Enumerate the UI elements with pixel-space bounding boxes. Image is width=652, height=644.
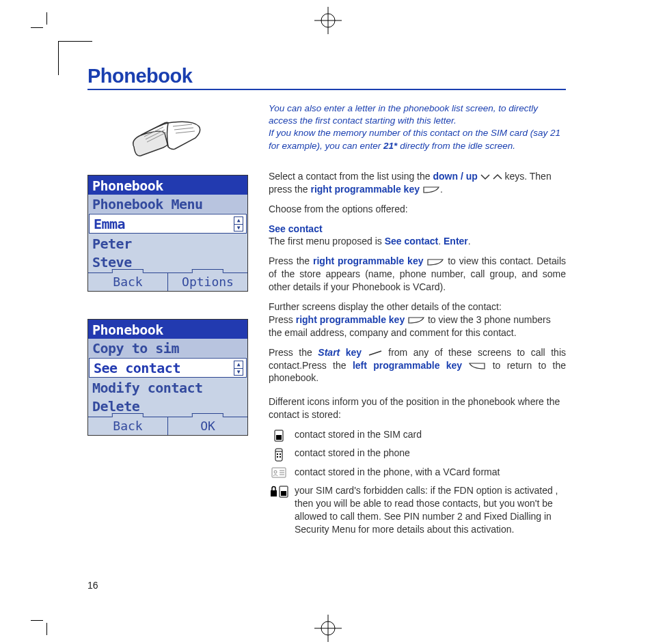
body-paragraph: Choose from the options offered: <box>269 203 566 216</box>
softkey-left: Back <box>88 417 168 435</box>
svg-rect-12 <box>277 456 278 458</box>
legend-row: contact stored in the phone <box>269 447 566 462</box>
text-bold: down / up <box>433 171 477 182</box>
text: Press the <box>269 347 318 358</box>
text-bold: left programmable key <box>353 360 462 371</box>
legend-text: contact stored in the phone <box>295 447 566 460</box>
legend-row: your SIM card's forbidden calls: if the … <box>269 484 566 536</box>
body-paragraph: See contact The first menu proposed is S… <box>269 223 566 249</box>
start-key-icon <box>368 350 383 356</box>
svg-rect-8 <box>275 449 282 461</box>
crop-mark <box>46 623 47 635</box>
svg-point-15 <box>274 471 277 473</box>
body-paragraph: Further screens display the other detail… <box>269 300 566 339</box>
softkey-left-icon <box>468 362 486 370</box>
sim-card-icon <box>269 428 289 443</box>
legend-text: contact stored in the SIM card <box>295 428 566 441</box>
softkey-label: Back <box>113 275 142 289</box>
tip-line: directly from the idle screen. <box>397 141 515 151</box>
text: Select a contact from the list using the <box>269 171 433 182</box>
text-bold: Enter <box>444 236 468 247</box>
text-bold-italic: Start <box>318 347 340 358</box>
softkey-label: Options <box>182 275 234 289</box>
scroll-indicator-icon: ▲▼ <box>234 216 243 232</box>
down-arrow-icon <box>480 173 490 180</box>
icon-legend: contact stored in the SIM card contact s… <box>269 428 566 535</box>
subheading: See contact <box>269 223 323 234</box>
registration-mark-bottom <box>314 615 342 642</box>
crop-mark <box>31 27 43 28</box>
svg-rect-11 <box>280 453 281 455</box>
scroll-indicator-icon: ▲▼ <box>234 361 243 376</box>
up-arrow-icon <box>493 173 502 180</box>
corner-line <box>58 41 92 42</box>
softkey-right: OK <box>168 417 247 435</box>
svg-rect-10 <box>277 453 278 455</box>
page-content: Phonebook Phonebook Phonebook Menu <box>87 65 566 540</box>
svg-rect-19 <box>271 490 277 496</box>
body-paragraph: Press the Start key from any of these sc… <box>269 346 566 385</box>
softkey-right-icon <box>407 316 425 324</box>
text-bold: right programmable key <box>313 255 423 266</box>
text: . <box>440 184 443 195</box>
screen-title: Phonebook <box>88 320 247 339</box>
softkey-right-icon <box>422 186 440 194</box>
svg-rect-13 <box>280 456 281 458</box>
body-paragraph: Select a contact from the list using the… <box>269 170 566 196</box>
svg-rect-7 <box>276 435 282 440</box>
body-paragraph: Press the right programmable key to view… <box>269 255 566 294</box>
registration-mark-top <box>314 7 342 34</box>
softkey-bar: Back OK <box>88 417 247 435</box>
list-item: Peter <box>88 234 247 253</box>
text: The first menu proposed is <box>269 236 385 247</box>
corner-line <box>58 41 59 75</box>
tip-bold: 21* <box>383 141 397 151</box>
tip-box: You can also enter a letter in the phone… <box>269 102 566 152</box>
text-bold: right programmable key <box>310 184 420 195</box>
phone-screen-contacts: Phonebook Phonebook Menu Emma ▲▼ Peter S… <box>87 175 248 292</box>
vcard-icon <box>269 466 289 480</box>
softkey-label: OK <box>200 419 215 433</box>
list-item-label: Delete <box>92 398 139 415</box>
list-item: Emma ▲▼ <box>89 214 247 234</box>
lock-sim-icon <box>269 484 289 499</box>
list-item: Modify contact <box>88 378 247 397</box>
softkey-left: Back <box>88 273 168 291</box>
text-bold: See contact <box>385 236 439 247</box>
screen-subtitle: Phonebook Menu <box>88 195 247 213</box>
text: Press the <box>269 255 313 266</box>
list-item-label: See contact <box>94 360 180 376</box>
list-item-label: Modify contact <box>92 380 203 396</box>
svg-rect-21 <box>281 491 286 496</box>
phone-screen-options: Phonebook Copy to sim See contact ▲▼ Mod… <box>87 319 248 436</box>
text: . <box>438 236 444 247</box>
legend-text: your SIM card's forbidden calls: if the … <box>295 484 566 536</box>
legend-row: contact stored in the SIM card <box>269 428 566 443</box>
softkey-right-icon <box>426 258 444 266</box>
phone-icon <box>269 447 289 462</box>
body-paragraph: Different icons inform you of the positi… <box>269 395 566 421</box>
crop-mark <box>46 12 47 25</box>
text-bold: key <box>340 347 362 358</box>
list-item: Steve <box>88 253 247 271</box>
page-title: Phonebook <box>87 65 566 90</box>
list-item-label: Steve <box>92 254 132 270</box>
page-number: 16 <box>87 580 98 591</box>
list-item-label: Emma <box>94 216 125 232</box>
text: . <box>468 236 471 247</box>
list-item: See contact ▲▼ <box>89 358 247 378</box>
legend-text: contact stored in the phone, with a VCar… <box>295 466 566 479</box>
left-column: Phonebook Phonebook Menu Emma ▲▼ Peter S… <box>87 102 248 540</box>
screen-title: Phonebook <box>88 176 247 195</box>
text-bold: right programmable key <box>296 314 405 325</box>
screen-subtitle: Copy to sim <box>88 339 247 357</box>
softkey-label: Back <box>113 419 142 433</box>
list-item-label: Peter <box>92 236 132 252</box>
text: Further screens display the other detail… <box>269 301 502 312</box>
softkey-right: Options <box>168 273 247 291</box>
right-column: You can also enter a letter in the phone… <box>269 102 566 540</box>
list-item: Delete <box>88 397 247 415</box>
crop-mark <box>31 620 43 621</box>
book-illustration <box>124 102 213 164</box>
softkey-bar: Back Options <box>88 272 247 291</box>
